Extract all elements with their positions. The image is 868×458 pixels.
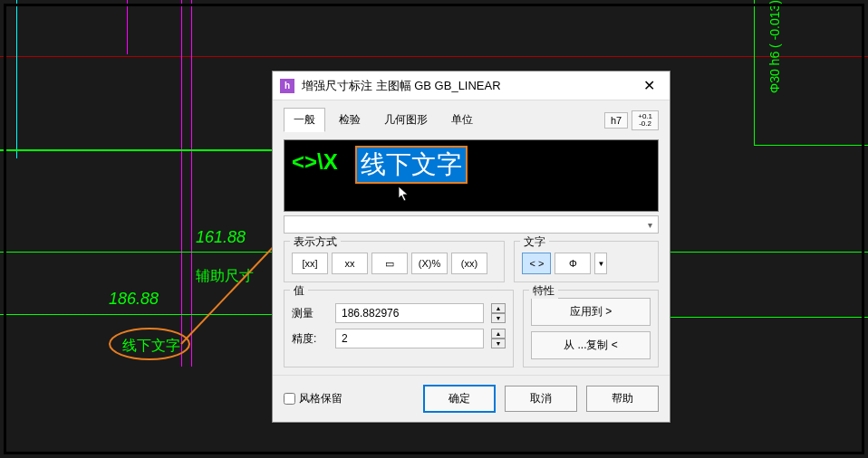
property-group: 特性 应用到 > 从 ...复制 < [523,290,659,367]
cursor-icon [398,186,410,202]
apply-to-button[interactable]: 应用到 > [531,298,651,326]
dialog-title: 增强尺寸标注 主图幅 GB GB_LINEAR [302,78,635,94]
measure-input[interactable] [335,303,484,323]
precision-label: 精度: [292,331,328,347]
text-group-label: 文字 [520,234,549,250]
measure-spinner[interactable]: ▲ ▼ [491,303,506,323]
precision-spin-down[interactable]: ▼ [491,339,506,348]
cancel-button[interactable]: 取消 [505,386,577,412]
value-group-label: 值 [290,283,308,299]
text-btn-dropdown[interactable]: ▼ [594,253,607,274]
app-icon: h [280,79,294,93]
vertical-dimension: Φ30 h6 ( -0.013) [767,0,782,93]
value-group: 值 测量 ▲ ▼ 精度: ▲ ▼ [284,290,514,367]
keep-style-input[interactable] [284,393,295,405]
enhanced-dimension-dialog: h 增强尺寸标注 主图幅 GB GB_LINEAR ✕ 一般 检验 几何图形 单… [272,71,670,423]
display-btn-plain[interactable]: xx [332,253,368,274]
display-btn-box[interactable]: ▭ [371,253,408,274]
display-mode-group: 表示方式 [xx] xx ▭ (X)% (xx) [284,241,505,282]
text-group: 文字 < > Φ ▼ [514,241,659,282]
ok-button[interactable]: 确定 [423,385,496,413]
precision-spinner[interactable]: ▲ ▼ [491,329,506,348]
measure-spin-down[interactable]: ▼ [491,313,506,323]
display-btn-paren[interactable]: (xx) [451,253,487,274]
titlebar[interactable]: h 增强尺寸标注 主图幅 GB GB_LINEAR ✕ [273,72,670,100]
h7-button[interactable]: h7 [604,112,628,129]
preview-prefix: <>\X [292,149,338,175]
measure-spin-up[interactable]: ▲ [491,303,506,313]
preview-selected-text: 线下文字 [355,146,468,184]
close-button[interactable]: ✕ [635,77,662,94]
property-group-label: 特性 [529,283,558,299]
tab-units[interactable]: 单位 [441,108,483,132]
tab-inspect[interactable]: 检验 [329,108,371,132]
help-button[interactable]: 帮助 [586,386,659,412]
tolerance-button[interactable]: +0.1 -0.2 [632,110,659,130]
measure-label: 测量 [292,306,328,321]
keep-style-checkbox[interactable]: 风格保留 [284,391,342,406]
precision-input[interactable] [335,329,484,348]
display-btn-bracket[interactable]: [xx] [292,253,328,274]
dimension-2: 186.88 [109,290,159,309]
text-btn-diameter[interactable]: Φ [555,253,591,274]
tab-geometry[interactable]: 几何图形 [374,108,438,132]
preview-dropdown[interactable]: ▾ [284,215,659,234]
preview-area[interactable]: <>\X 线下文字 [284,139,659,212]
precision-spin-up[interactable]: ▲ [491,329,506,339]
keep-style-label: 风格保留 [299,391,342,406]
display-mode-label: 表示方式 [290,234,341,250]
tab-general[interactable]: 一般 [284,108,325,132]
copy-from-button[interactable]: 从 ...复制 < [531,331,651,359]
display-btn-oval-pct[interactable]: (X)% [411,253,448,274]
text-btn-angle[interactable]: < > [522,253,551,274]
chevron-down-icon: ▾ [648,220,652,230]
